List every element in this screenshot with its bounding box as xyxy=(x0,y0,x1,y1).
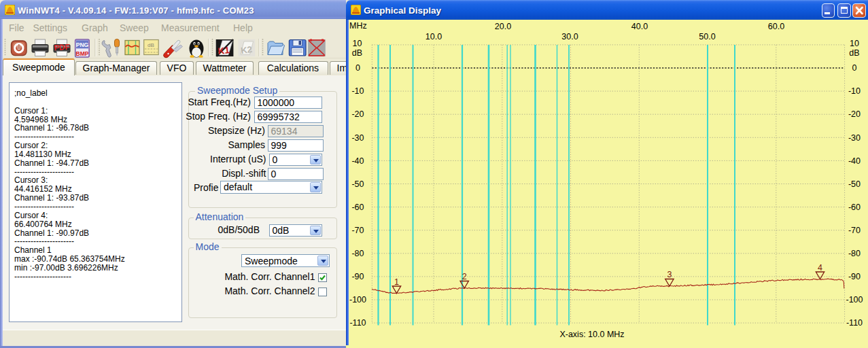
svg-text:-10: -10 xyxy=(351,86,364,96)
svg-text:-20: -20 xyxy=(848,109,861,119)
svg-text:20.0: 20.0 xyxy=(495,22,511,31)
svg-text:10.0: 10.0 xyxy=(426,32,442,41)
svg-text:-70: -70 xyxy=(848,226,861,235)
svg-text:-10: -10 xyxy=(848,86,861,96)
svg-text:0: 0 xyxy=(355,63,360,73)
svg-text:-60: -60 xyxy=(848,203,861,212)
svg-text:-90: -90 xyxy=(848,272,861,281)
svg-text:30.0: 30.0 xyxy=(561,32,578,41)
svg-text:-30: -30 xyxy=(351,133,364,143)
svg-text:dB: dB xyxy=(849,48,859,58)
svg-text:PDF: PDF xyxy=(54,43,70,52)
svg-text:-30: -30 xyxy=(848,133,861,143)
svg-text:10: 10 xyxy=(353,39,362,48)
svg-text:-60: -60 xyxy=(351,203,364,212)
svg-text:-80: -80 xyxy=(351,249,364,258)
svg-text:X-axis: 10.0 MHz: X-axis: 10.0 MHz xyxy=(559,330,624,339)
svg-text:-20: -20 xyxy=(351,109,364,119)
svg-text:3: 3 xyxy=(667,270,672,279)
svg-text:40.0: 40.0 xyxy=(631,22,648,31)
svg-text:-110: -110 xyxy=(349,318,366,328)
svg-text:-100: -100 xyxy=(349,295,366,304)
svg-text:-90: -90 xyxy=(351,272,364,281)
svg-text:dB: dB xyxy=(147,42,154,48)
svg-text:PNG: PNG xyxy=(76,41,89,48)
svg-text:BMP: BMP xyxy=(76,50,89,57)
svg-text:-70: -70 xyxy=(351,226,364,235)
svg-text:-100: -100 xyxy=(846,295,863,304)
svg-text:-50: -50 xyxy=(848,179,861,189)
svg-text:50.0: 50.0 xyxy=(699,32,715,41)
svg-text:-50: -50 xyxy=(351,179,364,189)
svg-text:-80: -80 xyxy=(848,249,861,258)
svg-text:10: 10 xyxy=(850,39,859,48)
svg-text:K2: K2 xyxy=(240,44,253,56)
svg-text:2: 2 xyxy=(462,272,467,281)
svg-text:dB: dB xyxy=(352,48,362,58)
svg-text:-40: -40 xyxy=(351,156,364,166)
svg-text:-40: -40 xyxy=(848,156,861,166)
svg-text:MHz: MHz xyxy=(349,21,367,31)
svg-text:0: 0 xyxy=(852,63,857,73)
svg-text:1: 1 xyxy=(394,277,399,287)
svg-text:60.0: 60.0 xyxy=(768,22,784,31)
svg-text:4: 4 xyxy=(818,263,822,273)
svg-text:-110: -110 xyxy=(846,318,863,328)
svg-text:K1: K1 xyxy=(218,45,230,56)
